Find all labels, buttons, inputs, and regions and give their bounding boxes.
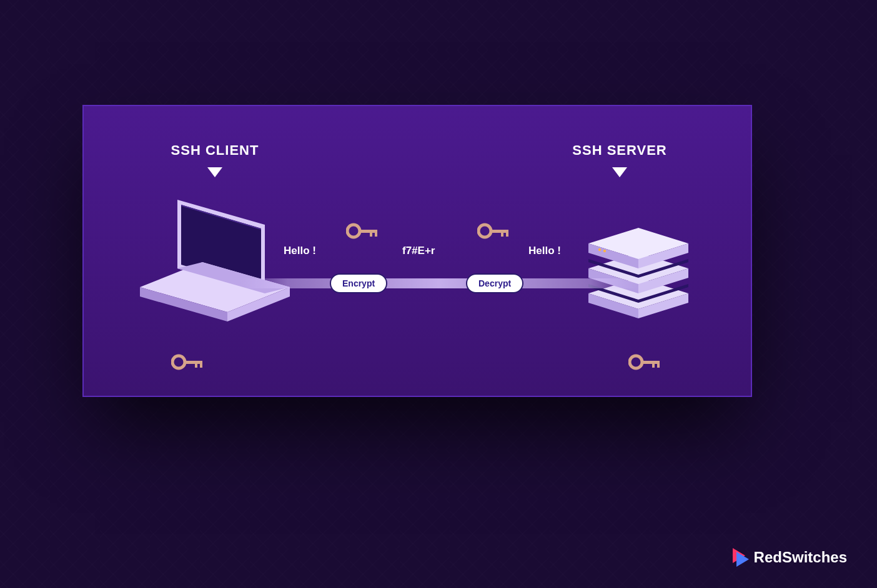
svg-point-28 <box>172 356 185 368</box>
svg-rect-34 <box>652 364 655 368</box>
connection-beam <box>240 278 638 288</box>
key-icon <box>171 353 206 371</box>
svg-rect-30 <box>195 364 197 368</box>
svg-point-32 <box>630 356 642 368</box>
key-icon <box>628 353 663 371</box>
key-icon <box>477 222 512 240</box>
play-icon <box>733 548 749 567</box>
brand-logo: RedSwitches <box>733 548 847 567</box>
ssh-client-title: SSH CLIENT <box>152 142 277 159</box>
encrypt-badge: Encrypt <box>330 273 387 293</box>
triangle-down-icon <box>612 167 627 177</box>
diagram-card: SSH CLIENT SSH SERVER <box>82 105 752 397</box>
svg-point-19 <box>603 250 606 252</box>
plaintext-before-label: Hello ! <box>284 245 316 257</box>
triangle-down-icon <box>207 167 222 177</box>
svg-rect-25 <box>490 230 508 233</box>
svg-point-20 <box>347 225 360 237</box>
svg-rect-21 <box>359 230 377 233</box>
key-icon <box>346 222 381 240</box>
brand-name: RedSwitches <box>754 549 847 566</box>
svg-rect-27 <box>506 233 508 237</box>
svg-rect-35 <box>657 364 660 368</box>
decrypt-badge: Decrypt <box>466 273 523 293</box>
svg-rect-33 <box>641 361 660 364</box>
ssh-server-title: SSH SERVER <box>557 142 682 159</box>
server-icon <box>582 225 695 325</box>
svg-point-24 <box>478 225 491 237</box>
svg-point-18 <box>598 248 601 251</box>
svg-rect-31 <box>200 364 202 368</box>
svg-marker-37 <box>736 552 749 567</box>
svg-rect-22 <box>370 233 372 237</box>
laptop-icon <box>134 194 296 331</box>
svg-rect-23 <box>375 233 377 237</box>
ciphertext-label: f7#E+r <box>402 245 435 257</box>
svg-rect-26 <box>501 233 503 237</box>
svg-rect-29 <box>184 361 202 364</box>
plaintext-after-label: Hello ! <box>528 245 561 257</box>
